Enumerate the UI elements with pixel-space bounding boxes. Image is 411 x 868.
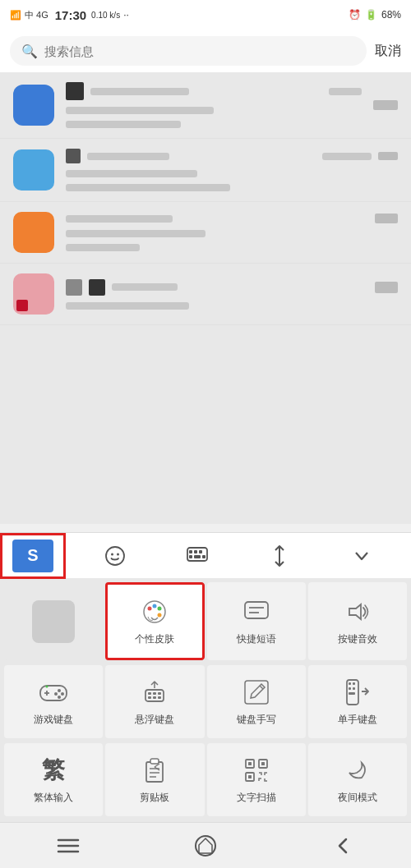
svg-marker-60 bbox=[199, 838, 212, 853]
signal-icon: 📶 bbox=[10, 10, 21, 21]
svg-rect-31 bbox=[158, 692, 161, 695]
collapse-icon bbox=[353, 547, 371, 565]
status-left: 📶 中 4G 17:30 0.10 k/s ·· bbox=[10, 8, 129, 22]
app-content-2 bbox=[66, 149, 398, 191]
menu-icon bbox=[57, 837, 80, 855]
feature-handwrite-button[interactable]: 键盘手写 bbox=[207, 665, 306, 738]
svg-rect-55 bbox=[248, 775, 252, 778]
feature-game-button[interactable]: 游戏键盘 bbox=[4, 665, 103, 738]
feature-shortphrase-button[interactable]: 快捷短语 bbox=[207, 582, 306, 660]
feature-skin-button[interactable]: 个性皮肤 bbox=[105, 582, 204, 660]
collapse-button[interactable] bbox=[344, 538, 380, 574]
dots-icon: ·· bbox=[123, 9, 129, 21]
spacer-icon bbox=[32, 600, 75, 643]
message-icon bbox=[241, 596, 272, 627]
volume-icon bbox=[342, 596, 373, 627]
feature-night-label: 夜间模式 bbox=[338, 791, 377, 805]
feature-traditional-button[interactable]: 繁 繁体输入 bbox=[4, 743, 103, 816]
keyboard-switch-button[interactable] bbox=[179, 538, 215, 574]
emoji-button[interactable] bbox=[97, 538, 133, 574]
app-icon-1 bbox=[13, 85, 54, 126]
svg-rect-34 bbox=[158, 696, 161, 699]
svg-point-25 bbox=[54, 692, 58, 696]
svg-rect-33 bbox=[153, 696, 156, 699]
keyboard-toolbar: S bbox=[0, 532, 411, 578]
app-row-4 bbox=[0, 264, 411, 325]
feature-handwrite-label: 键盘手写 bbox=[237, 713, 276, 727]
app-icon-2 bbox=[13, 149, 54, 191]
feature-sound-button[interactable]: 按键音效 bbox=[308, 582, 407, 660]
svg-rect-6 bbox=[199, 550, 202, 553]
svg-rect-16 bbox=[245, 602, 268, 618]
search-input[interactable] bbox=[44, 44, 355, 58]
svg-rect-53 bbox=[248, 762, 252, 765]
feature-onehand-button[interactable]: 单手键盘 bbox=[308, 665, 407, 738]
status-bar: 📶 中 4G 17:30 0.10 k/s ·· ⏰ 🔋 68% bbox=[0, 0, 411, 30]
night-icon bbox=[342, 755, 373, 786]
svg-rect-32 bbox=[148, 696, 151, 699]
feature-traditional-label: 繁体输入 bbox=[34, 791, 73, 805]
svg-rect-40 bbox=[349, 687, 351, 690]
app-icon-3 bbox=[13, 212, 54, 253]
app-grid-area bbox=[0, 72, 411, 524]
feature-float-button[interactable]: 悬浮键盘 bbox=[105, 665, 204, 738]
svg-point-0 bbox=[106, 547, 124, 565]
cursor-icon bbox=[273, 544, 286, 567]
svg-point-26 bbox=[58, 696, 61, 699]
keyboard-logo-text: S bbox=[27, 546, 38, 565]
svg-rect-39 bbox=[353, 682, 355, 685]
feature-clipboard-label: 剪贴板 bbox=[140, 791, 169, 805]
gamepad-icon bbox=[38, 677, 69, 708]
svg-rect-43 bbox=[146, 762, 163, 782]
svg-point-23 bbox=[58, 689, 61, 692]
feature-scan-button[interactable]: 文字扫描 bbox=[207, 743, 306, 816]
svg-rect-4 bbox=[189, 550, 192, 553]
keyboard-logo-box[interactable]: S bbox=[0, 533, 66, 579]
svg-rect-54 bbox=[261, 762, 265, 765]
keyboard-logo: S bbox=[12, 540, 53, 572]
palette-icon bbox=[139, 596, 170, 627]
app-content-1 bbox=[66, 82, 362, 128]
app-row-3 bbox=[0, 202, 411, 264]
float-keyboard-icon bbox=[139, 677, 170, 708]
scan-icon bbox=[241, 755, 272, 786]
svg-rect-44 bbox=[150, 759, 159, 764]
one-hand-icon bbox=[342, 677, 373, 708]
svg-point-1 bbox=[111, 553, 113, 555]
app-row-2 bbox=[0, 139, 411, 202]
svg-rect-29 bbox=[148, 692, 151, 695]
svg-rect-30 bbox=[153, 692, 156, 695]
traditional-icon: 繁 bbox=[38, 755, 69, 786]
cancel-button[interactable]: 取消 bbox=[375, 43, 401, 60]
svg-rect-35 bbox=[245, 681, 268, 704]
battery-level: 68% bbox=[381, 9, 401, 21]
app-content-3 bbox=[66, 214, 398, 251]
svg-point-13 bbox=[153, 604, 157, 609]
keyboard-switch-icon bbox=[187, 547, 208, 565]
feature-night-button[interactable]: 夜间模式 bbox=[308, 743, 407, 816]
feature-sound-label: 按键音效 bbox=[338, 632, 377, 646]
blurred-content bbox=[0, 72, 411, 524]
carrier-label: 中 4G bbox=[25, 9, 48, 21]
status-right: ⏰ 🔋 68% bbox=[349, 9, 401, 21]
svg-marker-19 bbox=[349, 604, 361, 619]
keyboard-panel: S bbox=[0, 532, 411, 868]
home-button[interactable] bbox=[181, 828, 230, 864]
feature-shortphrase-label: 快捷短语 bbox=[237, 632, 276, 646]
svg-point-12 bbox=[148, 607, 152, 611]
battery-icon: 🔋 bbox=[365, 9, 377, 21]
feature-game-label: 游戏键盘 bbox=[34, 713, 73, 727]
svg-point-24 bbox=[61, 692, 64, 696]
svg-point-2 bbox=[117, 553, 119, 555]
menu-button[interactable] bbox=[44, 828, 93, 864]
feature-onehand-label: 单手键盘 bbox=[338, 713, 377, 727]
search-input-wrap[interactable]: 🔍 bbox=[10, 36, 367, 66]
svg-rect-41 bbox=[353, 687, 355, 690]
app-icon-4 bbox=[13, 273, 54, 315]
cursor-button[interactable] bbox=[261, 538, 298, 574]
feature-float-label: 悬浮键盘 bbox=[135, 713, 174, 727]
svg-rect-8 bbox=[194, 555, 201, 558]
feature-clipboard-button[interactable]: 剪贴板 bbox=[105, 743, 204, 816]
back-button[interactable] bbox=[318, 828, 367, 864]
alarm-icon: ⏰ bbox=[349, 9, 361, 21]
